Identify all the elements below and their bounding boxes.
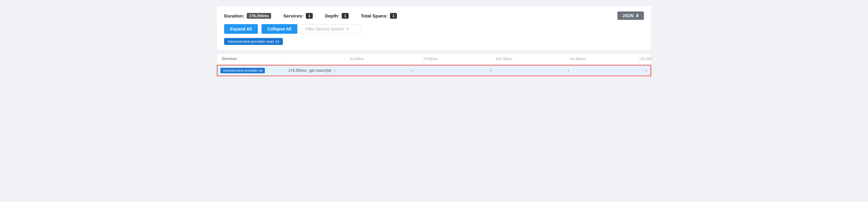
services-stat: Services: 1 — [283, 13, 313, 19]
ruler-tick-2: 70.500ms — [423, 57, 438, 61]
timeline-row-content: ·176.250ms : get /users/{id} — [284, 65, 651, 76]
depth-label: Depth: — [325, 13, 339, 19]
depth-value: 1 — [342, 13, 349, 19]
expand-all-button[interactable]: Expand All — [224, 24, 258, 34]
depth-stat: Depth: 1 — [325, 13, 349, 19]
services-column-label: Services — [217, 54, 283, 63]
ruler-tick-4: 141.000ms — [569, 57, 586, 61]
timeline-dot-3 — [490, 70, 491, 71]
duration-stat: Duration: 176.250ms — [224, 13, 271, 19]
chevron-down-icon: ▾ — [346, 27, 349, 31]
timeline-ruler: 35.250ms 70.500ms 105.750ms 141.000ms 17… — [283, 54, 651, 63]
json-download-button[interactable]: JSON ⬇ — [617, 11, 644, 20]
timeline-dot-2 — [412, 70, 413, 71]
ruler-tick-5: 176.250ms — [640, 57, 651, 61]
collapse-all-button[interactable]: Collapse All — [261, 24, 298, 34]
total-spans-value: 1 — [390, 13, 397, 19]
json-button-label: JSON — [622, 13, 634, 18]
span-label: ·176.250ms : get /users/{id} — [287, 68, 332, 73]
top-panel: Duration: 176.250ms Services: 1 Depth: 1… — [217, 6, 651, 50]
timeline-header: Services 35.250ms 70.500ms 105.750ms 141… — [217, 54, 651, 64]
ruler-tick-3: 105.750ms — [496, 57, 512, 61]
duration-value: 176.250ms — [247, 13, 272, 19]
download-icon: ⬇ — [636, 13, 639, 18]
filter-placeholder: Filter Service Search — [305, 27, 344, 31]
timeline-panel: Services 35.250ms 70.500ms 105.750ms 141… — [217, 54, 651, 77]
timeline-dots — [334, 70, 647, 71]
total-spans-stat: Total Spans: 1 — [361, 13, 397, 19]
timeline-row-service: microservice-provider-us — [217, 65, 284, 76]
timeline-row[interactable]: microservice-provider-us ·176.250ms : ge… — [217, 65, 651, 76]
service-tag-row: microservice-provider-user x1 — [224, 38, 644, 45]
timeline-dot-1 — [334, 70, 335, 71]
stats-row: Duration: 176.250ms Services: 1 Depth: 1… — [224, 11, 644, 20]
total-spans-label: Total Spans: — [361, 13, 388, 19]
services-label: Services: — [283, 13, 303, 19]
timeline-dot-4 — [568, 70, 569, 71]
services-value: 1 — [306, 13, 313, 19]
ruler-tick-1: 35.250ms — [349, 57, 364, 61]
filter-service-search[interactable]: Filter Service Search ▾ — [301, 25, 361, 33]
service-tag[interactable]: microservice-provider-user x1 — [224, 38, 283, 45]
service-name-badge: microservice-provider-us — [220, 68, 265, 73]
controls-row: Expand All Collapse All Filter Service S… — [224, 24, 644, 34]
timeline-dot-5 — [645, 70, 647, 71]
duration-label: Duration: — [224, 13, 244, 19]
